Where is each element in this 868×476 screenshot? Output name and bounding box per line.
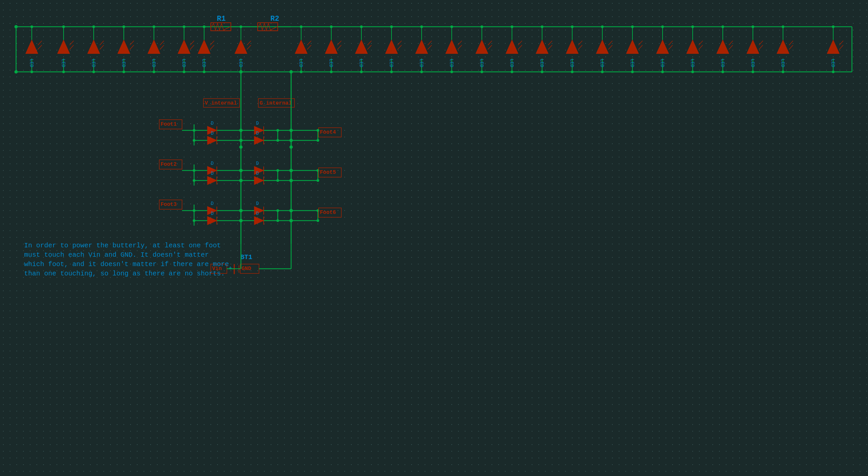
svg-marker-325 — [254, 176, 264, 184]
svg-point-302 — [316, 139, 319, 142]
svg-point-338 — [316, 169, 319, 172]
svg-text:LED: LED — [181, 59, 186, 67]
svg-marker-91 — [295, 40, 307, 54]
svg-point-23 — [30, 71, 33, 73]
svg-point-336 — [276, 179, 279, 182]
svg-line-139 — [458, 45, 462, 49]
svg-point-333 — [193, 179, 195, 182]
svg-marker-80 — [235, 40, 247, 54]
svg-text:D: D — [256, 171, 259, 176]
svg-point-205 — [661, 71, 664, 73]
svg-line-228 — [759, 41, 763, 45]
svg-marker-319 — [208, 176, 217, 184]
svg-point-407 — [239, 179, 243, 182]
svg-text:LED: LED — [389, 59, 394, 67]
svg-line-29 — [70, 45, 73, 49]
svg-line-237 — [789, 41, 793, 45]
svg-marker-181 — [596, 40, 608, 54]
svg-point-132 — [420, 25, 423, 28]
svg-point-67 — [183, 25, 185, 28]
svg-text:Foot1: Foot1 — [161, 121, 177, 127]
svg-marker-282 — [254, 136, 264, 144]
svg-point-406 — [239, 169, 243, 172]
svg-point-231 — [751, 25, 754, 28]
svg-marker-360 — [208, 216, 217, 225]
svg-point-258 — [289, 70, 293, 73]
svg-line-37 — [100, 41, 104, 45]
svg-line-82 — [247, 41, 251, 45]
svg-point-301 — [316, 129, 319, 132]
svg-line-47 — [130, 45, 134, 49]
svg-text:Foot2: Foot2 — [161, 162, 177, 167]
svg-point-115 — [360, 71, 363, 73]
svg-line-103 — [337, 45, 341, 49]
svg-marker-100 — [325, 40, 337, 54]
svg-line-56 — [160, 45, 164, 49]
svg-text:In order to power the butterly: In order to power the butterly, at least… — [24, 242, 221, 249]
svg-line-165 — [548, 41, 552, 45]
svg-point-32 — [62, 71, 65, 73]
svg-marker-62 — [178, 40, 190, 54]
svg-point-14 — [14, 70, 18, 73]
svg-text:D: D — [256, 161, 259, 166]
svg-point-50 — [122, 71, 125, 73]
svg-text:D: D — [256, 211, 259, 216]
svg-text:LED: LED — [359, 59, 364, 67]
svg-point-177 — [571, 25, 574, 28]
svg-line-130 — [428, 45, 432, 49]
svg-point-409 — [239, 219, 243, 222]
svg-text:LED: LED — [29, 59, 34, 67]
svg-line-246 — [839, 41, 843, 45]
svg-text:LED: LED — [629, 59, 635, 67]
svg-line-148 — [488, 45, 492, 49]
svg-text:LED: LED — [569, 59, 575, 67]
svg-text:LED: LED — [61, 59, 66, 67]
svg-point-413 — [289, 209, 293, 212]
svg-marker-276 — [208, 136, 217, 144]
svg-point-232 — [751, 71, 754, 73]
svg-text:LED: LED — [328, 59, 334, 67]
svg-marker-163 — [536, 40, 548, 54]
svg-line-64 — [190, 41, 194, 45]
svg-text:G_internal: G_internal — [260, 100, 292, 106]
svg-point-335 — [276, 169, 279, 172]
svg-line-247 — [839, 45, 843, 49]
svg-point-59 — [153, 71, 155, 73]
svg-point-96 — [300, 25, 303, 28]
svg-point-196 — [631, 71, 634, 73]
svg-point-169 — [541, 71, 544, 73]
svg-text:LED: LED — [599, 59, 604, 67]
svg-text:LED: LED — [151, 59, 156, 67]
svg-line-121 — [398, 45, 402, 49]
svg-point-289 — [193, 129, 195, 132]
svg-line-211 — [699, 45, 703, 49]
svg-text:LED: LED — [298, 59, 304, 67]
svg-line-129 — [428, 41, 432, 45]
svg-line-46 — [130, 41, 134, 45]
svg-point-250 — [832, 71, 835, 73]
svg-text:LED: LED — [238, 59, 243, 67]
svg-line-147 — [488, 41, 492, 45]
svg-marker-71 — [198, 40, 210, 54]
svg-point-298 — [276, 129, 279, 132]
svg-point-195 — [631, 25, 634, 28]
svg-text:LED: LED — [91, 59, 96, 67]
svg-line-94 — [307, 45, 311, 49]
svg-marker-199 — [656, 40, 669, 54]
svg-line-156 — [518, 41, 522, 45]
svg-text:GND: GND — [242, 266, 251, 272]
svg-point-41 — [92, 71, 95, 73]
svg-text:LED: LED — [659, 59, 665, 67]
svg-point-151 — [480, 71, 483, 73]
svg-text:Foot4: Foot4 — [320, 129, 336, 135]
svg-point-411 — [289, 169, 293, 172]
svg-marker-118 — [385, 40, 398, 54]
svg-text:LED: LED — [121, 59, 126, 67]
svg-marker-217 — [717, 40, 729, 54]
svg-line-38 — [100, 45, 104, 49]
svg-point-254 — [239, 70, 243, 73]
svg-point-68 — [183, 71, 185, 73]
svg-point-241 — [782, 71, 784, 73]
svg-line-73 — [210, 41, 214, 45]
schematic-svg: R1 R2 LED LED — [0, 0, 868, 476]
